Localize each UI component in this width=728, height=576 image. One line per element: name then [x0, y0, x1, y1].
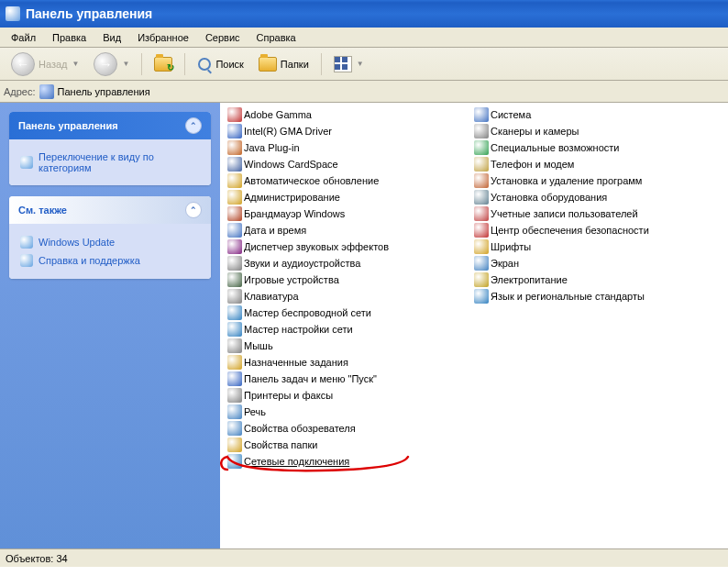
side-panel-header[interactable]: Панель управления⌃ [9, 112, 211, 139]
cp-item[interactable]: Администрирование [227, 189, 474, 205]
cp-item[interactable]: Свойства обозревателя [227, 420, 474, 437]
cp-item[interactable]: Java Plug-in [227, 139, 474, 156]
cp-item[interactable]: Экран [474, 255, 721, 271]
cp-item-icon [227, 438, 242, 452]
cp-item-label: Дата и время [244, 225, 306, 236]
content-area: Панель управления⌃Переключение к виду по… [0, 103, 728, 548]
cp-item[interactable]: Adobe Gamma [227, 106, 474, 123]
list-column: Adobe GammaIntel(R) GMA DriverJava Plug-… [227, 106, 474, 545]
cp-item-label: Автоматическое обновление [244, 175, 379, 186]
objects-label: Объектов: [6, 553, 53, 564]
up-button[interactable] [149, 55, 178, 73]
cp-item-icon [474, 140, 489, 155]
cp-item[interactable]: Клавиатура [227, 288, 474, 305]
side-panel-header[interactable]: См. также⌃ [9, 196, 211, 224]
cp-item[interactable]: Принтеры и факсы [227, 387, 474, 404]
menu-favorites[interactable]: Избранное [130, 30, 196, 45]
objects-count: 34 [56, 553, 67, 564]
cp-item[interactable]: Сетевые подключения [227, 453, 474, 470]
sidebar: Панель управления⌃Переключение к виду по… [0, 103, 220, 548]
cp-item[interactable]: Intel(R) GMA Driver [227, 123, 474, 139]
separator [141, 53, 142, 75]
cp-item-icon [474, 256, 489, 271]
cp-item-icon [227, 272, 242, 287]
cp-item-icon [227, 388, 242, 403]
menu-file[interactable]: Файл [4, 30, 43, 45]
sidebar-link-label: Справка и поддержка [39, 255, 140, 266]
cp-item-label: Система [491, 109, 531, 120]
cp-item-icon [474, 107, 489, 122]
control-panel-icon [39, 84, 54, 99]
folders-button[interactable]: Папки [253, 55, 314, 73]
menu-help[interactable]: Справка [249, 30, 303, 45]
list-column: СистемаСканеры и камерыСпециальные возмо… [474, 106, 721, 545]
search-label: Поиск [215, 59, 243, 70]
cp-item[interactable]: Дата и время [227, 222, 474, 238]
cp-item[interactable]: Электропитание [474, 271, 721, 288]
cp-item[interactable]: Автоматическое обновление [227, 172, 474, 189]
cp-item[interactable]: Диспетчер звуковых эффектов [227, 238, 474, 255]
cp-item-icon [227, 322, 242, 337]
separator [184, 53, 185, 75]
cp-item[interactable]: Установка оборудования [474, 189, 721, 205]
cp-item[interactable]: Назначенные задания [227, 354, 474, 371]
cp-item[interactable]: Windows CardSpace [227, 156, 474, 172]
cp-item-label: Сканеры и камеры [491, 126, 579, 137]
cp-item[interactable]: Специальные возможности [474, 139, 721, 156]
forward-button[interactable]: → ▼ [88, 50, 135, 78]
back-button[interactable]: ← Назад ▼ [6, 50, 84, 78]
cp-item[interactable]: Панель задач и меню "Пуск" [227, 371, 474, 387]
cp-item-label: Сетевые подключения [244, 456, 349, 467]
cp-item-label: Игровые устройства [244, 274, 339, 285]
cp-item-label: Мастер беспроводной сети [244, 307, 371, 318]
cp-item[interactable]: Язык и региональные стандарты [474, 288, 721, 305]
search-button[interactable]: Поиск [192, 55, 248, 73]
cp-item-icon [227, 404, 242, 419]
cp-item[interactable]: Мастер беспроводной сети [227, 305, 474, 321]
cp-item[interactable]: Брандмауэр Windows [227, 205, 474, 222]
collapse-icon[interactable]: ⌃ [185, 202, 202, 218]
cp-item-label: Учетные записи пользователей [491, 208, 638, 219]
cp-item-label: Клавиатура [244, 291, 299, 302]
cp-item[interactable]: Сканеры и камеры [474, 123, 721, 139]
cp-item-label: Свойства обозревателя [244, 423, 356, 434]
menu-view[interactable]: Вид [95, 30, 128, 45]
menu-tools[interactable]: Сервис [198, 30, 248, 45]
cp-item-icon [227, 173, 242, 188]
cp-item-icon [227, 157, 242, 172]
addressbar: Адрес: Панель управления [0, 81, 728, 103]
cp-item[interactable]: Шрифты [474, 238, 721, 255]
views-button[interactable]: ▼ [328, 54, 370, 74]
cp-item-label: Администрирование [244, 192, 340, 203]
cp-item[interactable]: Система [474, 106, 721, 123]
address-box[interactable]: Панель управления [39, 84, 724, 99]
cp-item-icon [474, 272, 489, 287]
cp-item-icon [474, 157, 489, 172]
cp-item[interactable]: Звуки и аудиоустройства [227, 255, 474, 271]
cp-item[interactable]: Игровые устройства [227, 271, 474, 288]
cp-item[interactable]: Учетные записи пользователей [474, 205, 721, 222]
window-title: Панель управления [26, 6, 152, 21]
cp-item-icon [474, 239, 489, 254]
cp-item-label: Intel(R) GMA Driver [244, 126, 332, 137]
sidebar-link[interactable]: Справка и поддержка [20, 251, 200, 270]
cp-item[interactable]: Свойства папки [227, 437, 474, 453]
cp-item-icon [227, 421, 242, 436]
collapse-icon[interactable]: ⌃ [185, 117, 202, 134]
cp-item-label: Мышь [244, 340, 273, 351]
cp-item[interactable]: Речь [227, 404, 474, 420]
cp-item-icon [474, 289, 489, 304]
sidebar-link[interactable]: Переключение к виду по категориям [20, 149, 200, 176]
cp-item[interactable]: Центр обеспечения безопасности [474, 222, 721, 238]
cp-item-icon [227, 371, 242, 386]
cp-item[interactable]: Мышь [227, 338, 474, 354]
search-icon [197, 57, 212, 72]
cp-item-label: Java Plug-in [244, 142, 300, 153]
sidebar-link-label: Переключение к виду по категориям [39, 151, 200, 173]
cp-item[interactable]: Мастер настройки сети [227, 321, 474, 338]
sidebar-link[interactable]: Windows Update [20, 233, 200, 251]
menu-edit[interactable]: Правка [45, 30, 94, 45]
cp-item[interactable]: Установка и удаление программ [474, 172, 721, 189]
menubar: Файл Правка Вид Избранное Сервис Справка [0, 28, 728, 48]
cp-item[interactable]: Телефон и модем [474, 156, 721, 172]
